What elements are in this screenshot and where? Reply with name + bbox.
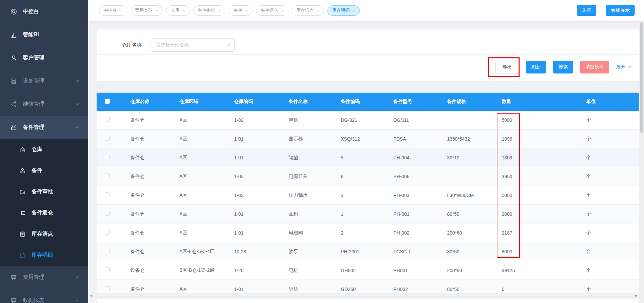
tab-chip[interactable]: 库存明细 × [327,5,360,16]
tab-chip[interactable]: 备件 × [229,5,253,16]
cell-unit: 台 [582,249,639,255]
row-checkbox[interactable] [105,267,110,272]
tab-close-icon[interactable]: × [245,8,248,13]
tab-label: 备件审批 [198,7,215,13]
sidebar-item-warehouse[interactable]: 仓库 [0,139,88,160]
table-row[interactable]: 备件仓 A区 1-02 导轨 DG-321 DG/111 5000 个 [97,111,639,130]
tab-close-icon[interactable]: × [156,8,158,13]
tab-close-icon[interactable]: × [218,8,221,13]
row-checkbox[interactable] [105,155,110,159]
sidebar-item-label: 备件 [32,167,42,174]
cell-part-model: PH-002 [389,230,443,236]
row-checkbox[interactable] [105,173,110,178]
sidebar-item-smart-bi[interactable]: 智能BI [0,23,88,46]
cell-unit: 个 [582,155,639,161]
cell-quantity: 2187 [498,230,582,236]
col-part-code: 备件编码 [337,99,389,105]
cell-part-name: 油泵 [285,249,337,255]
sidebar-item-label: 备件管理 [23,124,44,131]
cell-warehouse-area: A区 [175,286,230,292]
sidebar-item-parts-approval[interactable]: 备件审批 [0,181,88,202]
report-board-icon [10,297,17,303]
scroll-left-arrow-icon[interactable]: ◀ [90,294,92,297]
row-checkbox[interactable] [105,249,110,253]
cell-part-name: 电磁阀 [285,230,337,236]
search-button[interactable]: 搜索 [553,61,573,73]
tab-chip[interactable]: 备件审批 × [193,5,226,16]
sidebar-item-label: 备件审批 [32,188,53,195]
sidebar-item-console[interactable]: 中控台 [0,0,88,23]
board-display-button[interactable]: 看板展示 [606,5,635,16]
row-checkbox[interactable] [105,136,110,141]
user-icon [10,54,17,61]
cell-part-spec: 200*60 [443,268,498,273]
table-row[interactable]: 备件仓 A区 1-05 电源开关 6 PH-006 3950 个 [97,167,639,186]
select-all-checkbox[interactable] [105,99,110,104]
cell-warehouse-code: 1-01 [230,287,285,292]
sidebar-item-label: 仓库 [32,146,42,153]
row-checkbox[interactable] [105,117,110,122]
close-button[interactable]: 关闭 [577,5,596,16]
tab-close-icon[interactable]: × [281,8,284,13]
tab-close-icon[interactable]: × [120,8,122,13]
table-row[interactable]: 备件仓 A区-E仓-5架-4层 10-28 油泵 PH-2001 TGSG-1 … [97,242,639,261]
col-warehouse-name: 仓库名称 [126,99,175,105]
cell-part-model: PH001 [389,268,443,273]
col-unit: 单位 [582,99,639,105]
console-icon [10,8,17,15]
clear-all-button[interactable]: 清空所有 [580,61,609,73]
row-checkbox[interactable] [105,211,110,216]
sidebar-item-spare-parts-mgmt[interactable]: 备件管理 [0,116,88,139]
tab-chip[interactable]: 费用类型 × [130,5,163,16]
row-checkbox[interactable] [105,192,110,197]
sidebar-item-spare-parts[interactable]: 备件 [0,160,88,181]
expand-link[interactable]: 展开 [616,64,631,70]
table-row[interactable]: 备件仓 A区 1-01 电磁阀 2 PH-002 200*60 2187 个 [97,223,639,242]
sidebar-item-customer-mgmt[interactable]: 客户管理 [0,46,88,69]
scroll-right-arrow-icon[interactable]: ▶ [635,294,638,297]
list-return-icon [19,209,26,216]
sidebar-item-inventory-check[interactable]: 库存清点 [0,223,88,245]
sidebar-item-parts-return[interactable]: 备件返仓 [0,202,88,223]
cell-warehouse-area: A区 [175,173,230,180]
cell-warehouse-area: A区 [175,136,230,142]
cell-warehouse-area: B区-B仓-1架-2层 [175,267,230,273]
cell-warehouse-area: A区 [175,230,230,236]
vertical-scrollbar-thumb[interactable] [640,22,643,133]
refresh-button[interactable]: 刷新 [526,61,546,73]
tab-chip[interactable]: 备件返仓 × [256,5,288,16]
tab-chip[interactable]: 中控台 × [99,5,127,16]
warehouse-name-select[interactable]: 请选择仓库名称 [152,38,235,52]
table-row[interactable]: 备件仓 A区 1-01 显示器 XSQ/312 FDSA 1350*5432 1… [97,130,639,148]
cell-warehouse-name: 备件仓 [126,286,175,292]
cell-part-model: PH-003 [389,193,443,198]
tab-label: 库存清点 [297,7,314,13]
tab-close-icon[interactable]: × [353,8,355,13]
horizontal-scrollbar[interactable]: ◀ ▶ [88,293,639,299]
export-button[interactable]: 导出 [495,61,519,73]
tab-close-icon[interactable]: × [317,8,320,13]
row-checkbox[interactable] [105,230,110,235]
sidebar-item-device-mgmt[interactable]: 设备管理 [0,69,88,93]
sidebar-item-expense-mgmt[interactable]: 费用管理 [0,266,88,289]
table-row[interactable]: 设备仓 B区-B仓-1架-2层 1-20 电机 GH002 PH001 200*… [97,261,639,280]
bar-chart-icon [10,31,17,38]
tab-chip[interactable]: 仓库 × [166,5,190,16]
tab-close-icon[interactable]: × [182,8,185,13]
sidebar-item-label: 备件返仓 [32,209,53,216]
sidebar-item-repair-mgmt[interactable]: 维修管理 [0,93,88,116]
table-row[interactable]: 备件仓 A区 1-01 油封 1 PH-001 80*50 2000 个 [97,205,639,223]
cell-part-code: 3 [337,193,389,198]
cell-part-name: 导轨 [285,117,337,123]
cell-part-name: 导轨 [285,286,337,292]
table-row[interactable]: 备件仓 A区 1-03 压力轴承 3 PH-003 L30*W30CM 5000… [97,186,639,205]
open-tab-chips: 中控台 × 费用类型 × 仓库 × 备件审批 × 备件 × 备件返仓 × 库存清… [99,5,360,16]
table-row[interactable]: 备件仓 A区 1-01 钢垫 5 PH-004 30*10 1803 个 [97,148,639,167]
sidebar-item-inventory-detail[interactable]: 库存明细 [0,245,88,266]
vertical-scrollbar[interactable] [639,21,644,303]
sidebar-item-label: 客户管理 [23,54,44,61]
tab-chip[interactable]: 库存清点 × [292,5,324,16]
sidebar-item-data-report[interactable]: 数据报表 [0,289,88,303]
row-checkbox[interactable] [105,286,110,291]
cell-warehouse-area: A区 [175,192,230,198]
